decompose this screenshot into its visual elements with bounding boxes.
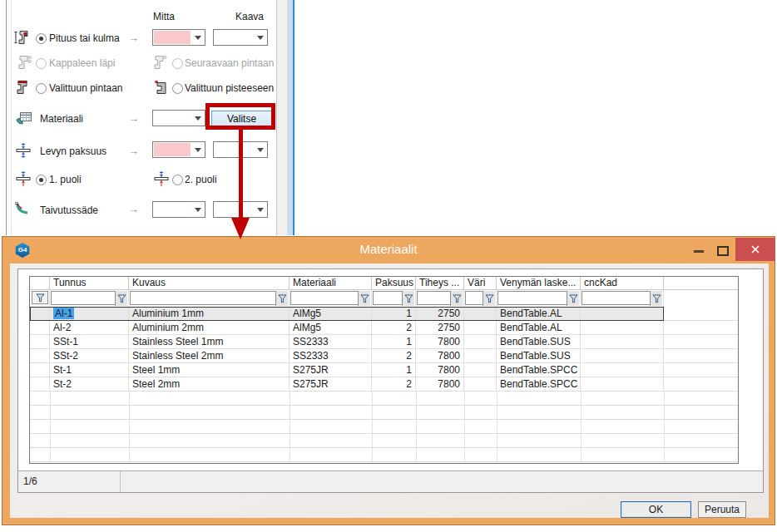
cell-cnckad[interactable] xyxy=(581,349,664,363)
cell-tiheys[interactable]: 2750 xyxy=(416,307,464,321)
cell-cnckad[interactable] xyxy=(581,335,664,349)
cell-vari[interactable] xyxy=(464,321,497,335)
cell-tiheys[interactable]: 7800 xyxy=(416,363,464,377)
ok-button[interactable]: OK xyxy=(621,501,691,518)
radio-1-puoli[interactable] xyxy=(36,175,47,185)
cell-cnckad[interactable] xyxy=(581,321,664,335)
table-row[interactable]: St-2 Steel 2mm S275JR 2 7800 BendTable.S… xyxy=(30,377,738,392)
cell-kuvaus[interactable]: Aluminium 2mm xyxy=(129,321,290,335)
cell-materiaali[interactable]: SS2333 xyxy=(290,349,372,363)
materiaali-combo[interactable] xyxy=(152,110,205,126)
taivutussade-combo[interactable] xyxy=(152,201,205,218)
header-tunnus[interactable]: Tunnus xyxy=(50,277,129,290)
filter-funnel-button[interactable] xyxy=(275,291,288,306)
cell-paksuus[interactable]: 1 xyxy=(372,363,416,377)
filter-funnel-button[interactable] xyxy=(402,291,414,306)
cell-vari[interactable] xyxy=(464,307,497,321)
filter-funnel-button[interactable] xyxy=(650,291,662,306)
cell-paksuus[interactable]: 2 xyxy=(372,321,416,335)
cell-vari[interactable] xyxy=(464,363,497,377)
filter-funnel-button[interactable] xyxy=(358,291,370,306)
cell-venyman[interactable]: BendTable.SUS xyxy=(497,335,581,349)
filter-funnel-button[interactable] xyxy=(115,291,127,306)
filter-cell-venyman[interactable] xyxy=(497,290,581,307)
radio-seuraavaan-pintaan xyxy=(172,58,183,69)
cell-kuvaus[interactable]: Steel 1mm xyxy=(129,363,290,377)
filter-cell-tiheys[interactable] xyxy=(416,290,464,307)
filter-cell-materiaali[interactable] xyxy=(290,290,372,307)
dialog-titlebar[interactable]: G4 Materiaalit xyxy=(2,237,775,264)
minimize-icon[interactable] xyxy=(694,250,704,253)
panel-splitter-band[interactable] xyxy=(287,0,293,235)
cell-cnckad[interactable] xyxy=(581,307,664,321)
cell-tunnus[interactable]: St-2 xyxy=(50,377,129,392)
cell-tiheys[interactable]: 7800 xyxy=(416,349,464,363)
cell-materiaali[interactable]: AlMg5 xyxy=(290,307,372,321)
cell-materiaali[interactable]: S275JR xyxy=(290,363,372,377)
cell-vari[interactable] xyxy=(464,377,497,392)
cell-vari[interactable] xyxy=(464,335,497,349)
mitta-combo-pituus[interactable] xyxy=(152,29,205,46)
cell-paksuus[interactable]: 1 xyxy=(372,335,416,349)
filter-cell-selector xyxy=(30,290,50,307)
table-row[interactable]: St-1 Steel 1mm S275JR 1 7800 BendTable.S… xyxy=(30,363,738,377)
filter-funnel-button[interactable] xyxy=(483,291,495,306)
header-paksuus[interactable]: Paksuus xyxy=(372,277,416,290)
cell-venyman[interactable]: BendTable.SUS xyxy=(497,349,581,363)
cell-tiheys[interactable]: 7800 xyxy=(416,377,464,392)
table-row[interactable]: Al-1 Aluminium 1mm AlMg5 1 2750 BendTabl… xyxy=(30,307,738,321)
cell-tiheys[interactable]: 7800 xyxy=(416,335,464,349)
cell-cnckad[interactable] xyxy=(581,363,664,377)
cell-venyman[interactable]: BendTable.SPCC xyxy=(497,377,581,392)
cell-tunnus[interactable]: Al-1 xyxy=(50,307,129,321)
radio-valittuun-pintaan[interactable] xyxy=(36,83,47,94)
header-vari[interactable]: Väri xyxy=(464,277,497,290)
cell-materiaali[interactable]: SS2333 xyxy=(290,335,372,349)
filter-funnel-button[interactable] xyxy=(567,291,579,306)
cell-cnckad[interactable] xyxy=(581,377,664,392)
filter-input[interactable] xyxy=(130,291,288,305)
filter-cell-kuvaus[interactable] xyxy=(129,290,290,307)
cell-tunnus[interactable]: St-1 xyxy=(50,363,129,377)
maximize-icon[interactable] xyxy=(717,246,729,256)
cell-tiheys[interactable]: 2750 xyxy=(416,321,464,335)
cell-kuvaus[interactable]: Stainless Steel 2mm xyxy=(129,349,290,363)
cell-kuvaus[interactable]: Stainless Steel 1mm xyxy=(129,335,290,349)
cell-materiaali[interactable]: S275JR xyxy=(290,377,372,392)
cell-kuvaus[interactable]: Steel 2mm xyxy=(129,377,290,392)
header-tiheys[interactable]: Tiheys ... xyxy=(416,277,464,290)
cell-materiaali[interactable]: AlMg5 xyxy=(290,321,372,335)
cell-venyman[interactable]: BendTable.AL xyxy=(497,321,581,335)
cell-paksuus[interactable]: 2 xyxy=(372,349,416,363)
table-row[interactable]: SSt-2 Stainless Steel 2mm SS2333 2 7800 … xyxy=(30,349,738,363)
header-venyman[interactable]: Venymän laske... xyxy=(497,277,581,290)
radio-2-puoli[interactable] xyxy=(172,175,183,185)
close-button[interactable] xyxy=(735,238,775,261)
table-row[interactable]: Al-2 Aluminium 2mm AlMg5 2 2750 BendTabl… xyxy=(30,321,738,335)
table-row[interactable]: SSt-1 Stainless Steel 1mm SS2333 1 7800 … xyxy=(30,335,738,349)
cell-kuvaus[interactable]: Aluminium 1mm xyxy=(129,307,290,321)
cancel-button[interactable]: Peruuta xyxy=(698,501,746,518)
cell-venyman[interactable]: BendTable.SPCC xyxy=(497,363,581,377)
filter-cell-tunnus[interactable] xyxy=(50,290,129,307)
filter-cell-vari[interactable] xyxy=(464,290,497,307)
radio-valittuun-pisteeseen[interactable] xyxy=(172,83,183,94)
filter-cell-cnckad[interactable] xyxy=(581,290,664,307)
cell-tunnus[interactable]: SSt-1 xyxy=(50,335,129,349)
filter-cell-paksuus[interactable] xyxy=(372,290,416,307)
cell-vari[interactable] xyxy=(464,349,497,363)
kaava-combo-pituus[interactable] xyxy=(213,29,268,46)
paksuus-combo[interactable] xyxy=(152,141,205,158)
cell-paksuus[interactable]: 1 xyxy=(372,307,416,321)
cell-tunnus[interactable]: SSt-2 xyxy=(50,349,129,363)
filter-funnel-button[interactable] xyxy=(450,291,463,306)
cell-venyman[interactable]: BendTable.AL xyxy=(497,307,581,321)
radio-pituus-tai-kulma[interactable] xyxy=(36,33,47,44)
table-filter-row xyxy=(30,290,738,307)
header-cnckad[interactable]: cncKad xyxy=(581,277,664,290)
header-kuvaus[interactable]: Kuvaus xyxy=(129,277,290,290)
cell-tunnus[interactable]: Al-2 xyxy=(50,321,129,335)
header-materiaali[interactable]: Materiaali xyxy=(290,277,372,290)
cell-paksuus[interactable]: 2 xyxy=(372,377,416,392)
filter-funnel-button[interactable] xyxy=(32,291,48,304)
